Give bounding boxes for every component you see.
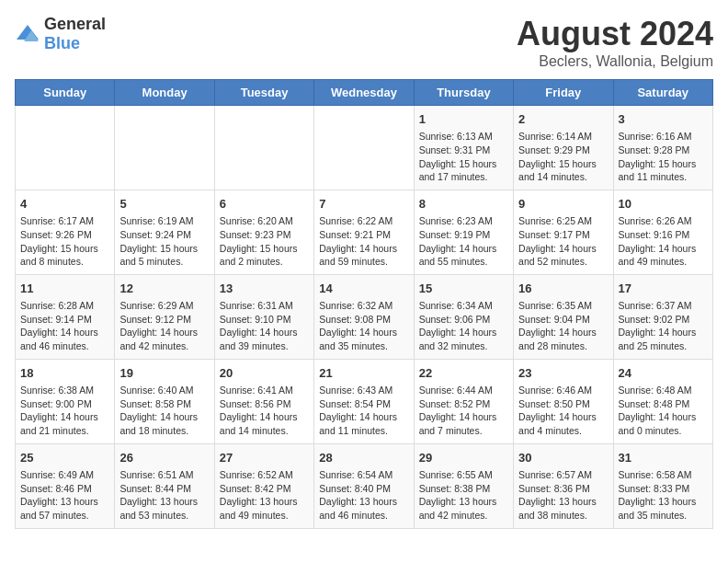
cell-text: Sunset: 9:29 PM [518, 144, 608, 157]
cell-text: Sunset: 9:08 PM [319, 313, 408, 327]
cell-text: Daylight: 15 hours and 2 minutes. [220, 242, 309, 269]
cell-text: Daylight: 14 hours and 7 minutes. [419, 410, 508, 437]
day-of-week-header: Sunday [16, 80, 115, 106]
cell-text: Sunrise: 6:14 AM [518, 130, 608, 144]
day-number: 28 [319, 450, 408, 466]
cell-text: Sunset: 8:56 PM [220, 397, 309, 411]
calendar-cell: 23Sunrise: 6:46 AMSunset: 8:50 PMDayligh… [514, 359, 613, 443]
cell-text: Daylight: 14 hours and 14 minutes. [220, 410, 309, 437]
cell-text: Sunrise: 6:25 AM [518, 214, 608, 228]
cell-text: Daylight: 15 hours and 14 minutes. [518, 157, 608, 184]
cell-text: Sunrise: 6:58 AM [619, 468, 708, 482]
calendar-cell: 21Sunrise: 6:43 AMSunset: 8:54 PMDayligh… [314, 359, 414, 443]
cell-text: Daylight: 14 hours and 59 minutes. [319, 242, 408, 269]
cell-text: Sunset: 8:54 PM [319, 397, 408, 411]
cell-text: Daylight: 14 hours and 32 minutes. [419, 326, 508, 352]
day-of-week-header: Friday [514, 80, 613, 106]
day-number: 8 [419, 196, 508, 213]
calendar-body: 1Sunrise: 6:13 AMSunset: 9:31 PMDaylight… [16, 106, 713, 529]
cell-text: Sunset: 9:19 PM [419, 228, 508, 242]
day-number: 6 [220, 196, 309, 213]
cell-text: Daylight: 14 hours and 46 minutes. [20, 326, 109, 352]
cell-text: Daylight: 14 hours and 4 minutes. [518, 410, 608, 437]
cell-text: Daylight: 14 hours and 28 minutes. [518, 326, 608, 352]
day-of-week-header: Tuesday [214, 80, 313, 106]
cell-text: Sunset: 9:24 PM [119, 228, 209, 242]
day-number: 20 [220, 365, 309, 382]
day-of-week-header: Monday [115, 80, 214, 106]
cell-text: Sunrise: 6:55 AM [419, 468, 508, 482]
calendar-cell: 16Sunrise: 6:35 AMSunset: 9:04 PMDayligh… [514, 274, 613, 359]
cell-text: Daylight: 14 hours and 55 minutes. [419, 242, 508, 269]
cell-text: Sunset: 9:23 PM [220, 228, 309, 242]
calendar-week-row: 1Sunrise: 6:13 AMSunset: 9:31 PMDaylight… [16, 106, 713, 190]
calendar-cell: 9Sunrise: 6:25 AMSunset: 9:17 PMDaylight… [514, 190, 613, 274]
logo-blue: Blue [44, 34, 80, 52]
calendar-cell: 24Sunrise: 6:48 AMSunset: 8:48 PMDayligh… [613, 359, 712, 443]
logo: General Blue [15, 15, 106, 53]
cell-text: Daylight: 14 hours and 39 minutes. [220, 326, 309, 352]
cell-text: Daylight: 14 hours and 21 minutes. [20, 410, 109, 437]
cell-text: Sunrise: 6:41 AM [220, 384, 309, 397]
page-header: General Blue August 2024 Beclers, Wallon… [15, 15, 713, 70]
day-number: 22 [419, 365, 508, 382]
calendar-table: SundayMondayTuesdayWednesdayThursdayFrid… [15, 79, 713, 529]
cell-text: Daylight: 13 hours and 53 minutes. [119, 495, 209, 522]
day-number: 3 [619, 111, 708, 128]
calendar-cell: 26Sunrise: 6:51 AMSunset: 8:44 PMDayligh… [115, 443, 214, 528]
cell-text: Daylight: 15 hours and 5 minutes. [119, 242, 209, 269]
cell-text: Daylight: 14 hours and 52 minutes. [518, 242, 608, 269]
cell-text: Sunset: 8:33 PM [619, 482, 708, 496]
cell-text: Sunset: 8:44 PM [119, 482, 209, 496]
cell-text: Sunset: 9:31 PM [419, 144, 508, 157]
day-number: 21 [319, 365, 408, 382]
calendar-cell: 6Sunrise: 6:20 AMSunset: 9:23 PMDaylight… [214, 190, 313, 274]
cell-text: Daylight: 14 hours and 18 minutes. [119, 410, 209, 437]
day-number: 11 [20, 281, 109, 297]
calendar-cell: 1Sunrise: 6:13 AMSunset: 9:31 PMDaylight… [414, 106, 513, 190]
day-number: 25 [20, 450, 109, 466]
calendar-cell: 22Sunrise: 6:44 AMSunset: 8:52 PMDayligh… [414, 359, 513, 443]
cell-text: Daylight: 13 hours and 49 minutes. [220, 495, 309, 522]
cell-text: Sunset: 9:00 PM [20, 397, 109, 411]
calendar-cell: 11Sunrise: 6:28 AMSunset: 9:14 PMDayligh… [16, 274, 115, 359]
calendar-cell: 17Sunrise: 6:37 AMSunset: 9:02 PMDayligh… [613, 274, 712, 359]
calendar-cell: 12Sunrise: 6:29 AMSunset: 9:12 PMDayligh… [115, 274, 214, 359]
cell-text: Sunset: 9:06 PM [419, 313, 508, 327]
cell-text: Sunrise: 6:31 AM [220, 299, 309, 313]
cell-text: Daylight: 15 hours and 11 minutes. [619, 157, 708, 184]
cell-text: Sunrise: 6:52 AM [220, 468, 309, 482]
calendar-cell: 31Sunrise: 6:58 AMSunset: 8:33 PMDayligh… [613, 443, 712, 528]
cell-text: Sunset: 8:42 PM [220, 482, 309, 496]
cell-text: Daylight: 13 hours and 46 minutes. [319, 495, 408, 522]
cell-text: Sunrise: 6:32 AM [319, 299, 408, 313]
cell-text: Sunset: 8:52 PM [419, 397, 508, 411]
cell-text: Sunrise: 6:57 AM [518, 468, 608, 482]
cell-text: Sunrise: 6:17 AM [20, 214, 109, 228]
calendar-cell: 7Sunrise: 6:22 AMSunset: 9:21 PMDaylight… [314, 190, 414, 274]
calendar-cell [314, 106, 414, 190]
cell-text: Sunrise: 6:28 AM [20, 299, 109, 313]
cell-text: Sunset: 8:36 PM [518, 482, 608, 496]
cell-text: Sunset: 9:02 PM [619, 313, 708, 327]
cell-text: Daylight: 14 hours and 11 minutes. [319, 410, 408, 437]
day-number: 18 [20, 365, 109, 382]
day-of-week-header: Wednesday [314, 80, 414, 106]
title-area: August 2024 Beclers, Wallonia, Belgium [517, 15, 713, 70]
calendar-week-row: 18Sunrise: 6:38 AMSunset: 9:00 PMDayligh… [16, 359, 713, 443]
calendar-week-row: 11Sunrise: 6:28 AMSunset: 9:14 PMDayligh… [16, 274, 713, 359]
day-number: 31 [619, 450, 708, 466]
calendar-week-row: 4Sunrise: 6:17 AMSunset: 9:26 PMDaylight… [16, 190, 713, 274]
cell-text: Sunset: 9:12 PM [119, 313, 209, 327]
calendar-cell [115, 106, 214, 190]
cell-text: Sunrise: 6:20 AM [220, 214, 309, 228]
cell-text: Sunrise: 6:49 AM [20, 468, 109, 482]
calendar-cell: 28Sunrise: 6:54 AMSunset: 8:40 PMDayligh… [314, 443, 414, 528]
cell-text: Sunset: 9:10 PM [220, 313, 309, 327]
logo-icon [15, 21, 40, 47]
day-of-week-header: Saturday [613, 80, 712, 106]
cell-text: Sunrise: 6:46 AM [518, 384, 608, 397]
day-number: 24 [619, 365, 708, 382]
calendar-week-row: 25Sunrise: 6:49 AMSunset: 8:46 PMDayligh… [16, 443, 713, 528]
day-number: 7 [319, 196, 408, 213]
